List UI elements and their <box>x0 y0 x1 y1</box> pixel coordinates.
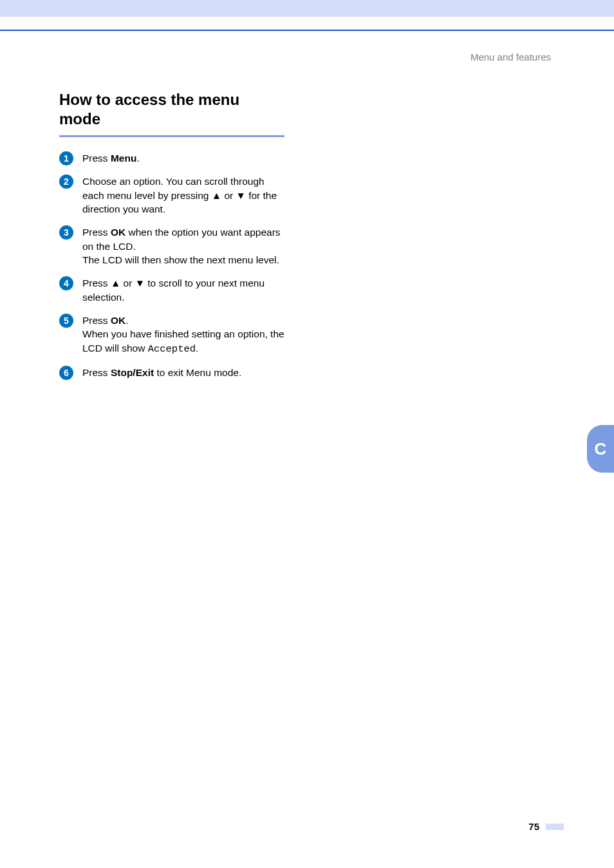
step-text: Press OK.When you have finished setting … <box>82 314 284 357</box>
step-number-badge: 4 <box>59 276 73 290</box>
step-text: Press Stop/Exit to exit Menu mode. <box>82 366 284 380</box>
page-number: 75 <box>528 821 539 832</box>
step-number-badge: 6 <box>59 366 73 380</box>
main-content: How to access the menu mode 1Press Menu.… <box>59 90 284 389</box>
step-number-badge: 5 <box>59 314 73 328</box>
step-number-badge: 3 <box>59 225 73 240</box>
steps-list: 1Press Menu.2Choose an option. You can s… <box>59 151 284 380</box>
top-rule <box>0 30 614 31</box>
top-bar <box>0 0 614 17</box>
step-number-badge: 1 <box>59 151 73 165</box>
step-item: 3Press OK when the option you want appea… <box>59 225 284 267</box>
step-item: 1Press Menu. <box>59 151 284 165</box>
step-item: 5Press OK.When you have finished setting… <box>59 314 284 357</box>
footer-bar <box>546 824 564 830</box>
header-section-label: Menu and features <box>470 52 551 62</box>
section-title: How to access the menu mode <box>59 90 284 129</box>
side-tab: C <box>587 425 614 473</box>
step-text: Choose an option. You can scroll through… <box>82 175 284 216</box>
step-text: Press Menu. <box>82 151 284 165</box>
step-item: 2Choose an option. You can scroll throug… <box>59 175 284 216</box>
footer: 75 <box>528 821 564 832</box>
step-item: 4Press ▲ or ▼ to scroll to your next men… <box>59 276 284 304</box>
step-text: Press ▲ or ▼ to scroll to your next menu… <box>82 276 284 304</box>
step-text: Press OK when the option you want appear… <box>82 225 284 267</box>
step-item: 6Press Stop/Exit to exit Menu mode. <box>59 366 284 380</box>
step-number-badge: 2 <box>59 175 73 189</box>
title-underline <box>59 135 284 137</box>
